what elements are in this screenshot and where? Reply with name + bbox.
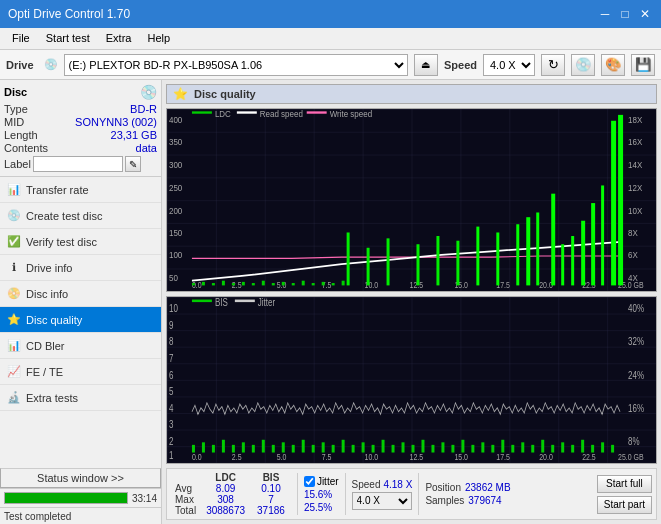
svg-rect-121: [382, 440, 385, 453]
app-title: Opti Drive Control 1.70: [8, 7, 130, 21]
svg-text:5.0: 5.0: [277, 453, 287, 463]
svg-rect-52: [456, 241, 459, 286]
svg-rect-63: [601, 185, 604, 285]
svg-rect-123: [402, 443, 405, 453]
nav-disc-quality[interactable]: ⭐ Disc quality: [0, 307, 161, 333]
nav-items: 📊 Transfer rate 💿 Create test disc ✅ Ver…: [0, 177, 161, 468]
eject-button[interactable]: ⏏: [414, 54, 438, 76]
svg-rect-125: [421, 440, 424, 453]
chart-svg-2: 10 9 8 7 6 5 4 3 2 1 40% 32% 24% 16% 8% …: [167, 297, 656, 463]
svg-text:8%: 8%: [628, 436, 640, 447]
start-full-button[interactable]: Start full: [597, 475, 652, 493]
svg-rect-57: [536, 212, 539, 285]
disc-label-input[interactable]: [33, 156, 123, 172]
sidebar: Disc 💿 Type BD-R MID SONYNN3 (002) Lengt…: [0, 80, 162, 524]
jitter-checkbox-row: Jitter: [304, 476, 339, 487]
svg-rect-33: [212, 283, 215, 285]
nav-verify-test-disc-label: Verify test disc: [26, 236, 97, 248]
status-window-button[interactable]: Status window >>: [0, 468, 161, 488]
jitter-avg: 15.6%: [304, 489, 339, 500]
nav-create-test-disc[interactable]: 💿 Create test disc: [0, 203, 161, 229]
drive-select[interactable]: (E:) PLEXTOR BD-R PX-LB950SA 1.06: [64, 54, 408, 76]
disc-panel-title: Disc: [4, 86, 27, 98]
svg-rect-68: [237, 111, 257, 113]
menu-file[interactable]: File: [4, 30, 38, 47]
jitter-label: Jitter: [317, 476, 339, 487]
svg-text:15.0: 15.0: [454, 453, 468, 463]
nav-disc-info[interactable]: 📀 Disc info: [0, 281, 161, 307]
svg-rect-141: [581, 440, 584, 453]
minimize-button[interactable]: ─: [597, 6, 613, 22]
nav-drive-info[interactable]: ℹ Drive info: [0, 255, 161, 281]
disc-label-field-label: Label: [4, 158, 31, 170]
speed-label: Speed: [352, 479, 381, 490]
drive-label: Drive: [6, 59, 34, 71]
disc-icon-btn[interactable]: 💿: [571, 54, 595, 76]
nav-verify-test-disc[interactable]: ✅ Verify test disc: [0, 229, 161, 255]
svg-text:12X: 12X: [628, 183, 642, 194]
menu-help[interactable]: Help: [139, 30, 178, 47]
menu-start-test[interactable]: Start test: [38, 30, 98, 47]
svg-text:5.0: 5.0: [277, 280, 287, 290]
svg-text:22.5: 22.5: [582, 453, 596, 463]
svg-rect-46: [342, 281, 345, 286]
svg-text:350: 350: [169, 137, 182, 148]
samples-row: Samples 379674: [425, 495, 510, 506]
close-button[interactable]: ✕: [637, 6, 653, 22]
nav-fe-te[interactable]: 📈 FE / TE: [0, 359, 161, 385]
jitter-checkbox[interactable]: [304, 476, 315, 487]
menu-extra[interactable]: Extra: [98, 30, 140, 47]
svg-text:Jitter: Jitter: [258, 297, 275, 308]
paint-button[interactable]: 🎨: [601, 54, 625, 76]
svg-rect-113: [302, 440, 305, 453]
svg-rect-137: [541, 440, 544, 453]
maximize-button[interactable]: □: [617, 6, 633, 22]
fe-te-icon: 📈: [6, 364, 22, 380]
nav-extra-tests[interactable]: 🔬 Extra tests: [0, 385, 161, 411]
position-label: Position: [425, 482, 461, 493]
svg-rect-34: [222, 281, 225, 286]
speed-select-stats[interactable]: 4.0 X: [352, 492, 413, 510]
window-controls: ─ □ ✕: [597, 6, 653, 22]
svg-rect-143: [601, 443, 604, 453]
svg-rect-126: [431, 445, 434, 453]
svg-text:17.5: 17.5: [496, 453, 510, 463]
speed-select[interactable]: 4.0 X: [483, 54, 535, 76]
svg-text:9: 9: [169, 320, 173, 331]
svg-rect-142: [591, 445, 594, 453]
position-section: Position 23862 MB Samples 379674: [425, 482, 510, 506]
svg-text:20.0: 20.0: [539, 280, 553, 290]
svg-rect-42: [302, 281, 305, 286]
disc-type-label: Type: [4, 103, 28, 115]
svg-rect-104: [212, 445, 215, 453]
nav-cd-bler[interactable]: 📊 CD Bler: [0, 333, 161, 359]
svg-text:5: 5: [169, 387, 173, 398]
svg-rect-41: [292, 283, 295, 285]
position-row: Position 23862 MB: [425, 482, 510, 493]
svg-rect-118: [352, 445, 355, 453]
disc-panel-icon[interactable]: 💿: [140, 84, 157, 100]
svg-text:Read speed: Read speed: [260, 109, 303, 119]
refresh-button[interactable]: ↻: [541, 54, 565, 76]
svg-text:14X: 14X: [628, 159, 642, 170]
create-disc-icon: 💿: [6, 208, 22, 224]
speed-label: Speed: [444, 59, 477, 71]
svg-text:100: 100: [169, 250, 182, 261]
save-button[interactable]: 💾: [631, 54, 655, 76]
col-ldc: LDC: [200, 472, 251, 483]
nav-transfer-rate[interactable]: 📊 Transfer rate: [0, 177, 161, 203]
svg-rect-119: [362, 443, 365, 453]
start-part-button[interactable]: Start part: [597, 496, 652, 514]
svg-rect-66: [192, 111, 212, 113]
svg-rect-31: [192, 283, 195, 285]
svg-rect-45: [332, 283, 335, 285]
chart-svg-1: 400 350 300 250 200 150 100 50 18X 16X 1…: [167, 109, 656, 291]
disc-label-edit-button[interactable]: ✎: [125, 156, 141, 172]
svg-rect-132: [491, 445, 494, 453]
svg-rect-62: [591, 203, 595, 285]
nav-cd-bler-label: CD Bler: [26, 340, 65, 352]
title-bar: Opti Drive Control 1.70 ─ □ ✕: [0, 0, 661, 28]
svg-rect-112: [292, 445, 295, 453]
svg-rect-145: [192, 300, 212, 303]
svg-text:6: 6: [169, 370, 173, 381]
